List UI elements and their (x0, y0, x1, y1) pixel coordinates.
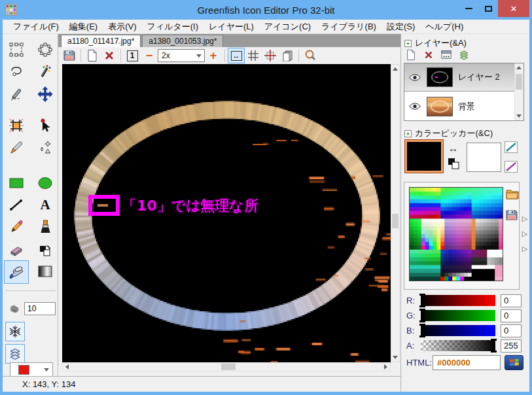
layer-properties-button[interactable] (439, 48, 453, 62)
slider-handle[interactable] (492, 339, 495, 352)
menu-icon[interactable]: アイコン(C) (259, 20, 316, 34)
fg-bg-squares-icon[interactable] (447, 157, 460, 170)
image-canvas[interactable] (62, 64, 391, 362)
tab-document-1[interactable]: a1180_011417.jpg* (61, 35, 141, 47)
magnifier-button[interactable] (302, 48, 319, 63)
layer-row-background[interactable]: 背景 (404, 92, 514, 120)
scroll-right-icon[interactable] (384, 364, 387, 369)
foreground-color-swatch[interactable] (405, 140, 443, 173)
tool-hotspot-button[interactable] (34, 115, 56, 136)
html-color-input[interactable]: #000000 (433, 355, 501, 370)
transparent-color-button[interactable] (505, 141, 518, 153)
tolerance-input[interactable] (24, 302, 56, 315)
expand-panel-icon[interactable]: ▷ (522, 230, 527, 238)
inverse-color-button[interactable] (505, 161, 518, 173)
tool-brush-button[interactable] (34, 216, 56, 237)
toggle-grid-button[interactable] (245, 48, 262, 63)
tool-rectangle-button[interactable] (5, 173, 27, 194)
collapse-color-picker-icon[interactable] (404, 130, 412, 137)
tool-fill-button[interactable] (4, 260, 29, 284)
tool-select-ellipse-button[interactable] (34, 39, 56, 60)
red-slider[interactable] (421, 295, 495, 306)
open-palette-button[interactable] (505, 188, 520, 201)
scroll-up-icon[interactable] (393, 67, 398, 71)
tool-line-button[interactable] (5, 194, 27, 215)
layer-scroll-thumb[interactable] (516, 74, 522, 90)
tool-select-rect-button[interactable] (5, 39, 27, 60)
menu-filter[interactable]: フィルター(I) (142, 20, 204, 34)
blue-value[interactable]: 0 (501, 324, 522, 337)
toggle-centerlines-button[interactable] (262, 48, 279, 63)
slider-handle[interactable] (421, 294, 424, 307)
tool-freehand-select-button[interactable] (5, 84, 27, 105)
layer-row-layer2[interactable]: レイヤー 2 (404, 63, 514, 92)
delete-layer-button[interactable] (421, 48, 436, 62)
tool-magic-wand-button[interactable] (34, 61, 56, 82)
tool-ellipse-button[interactable] (34, 173, 56, 194)
new-page-button[interactable] (84, 48, 101, 63)
scroll-up-icon[interactable] (516, 66, 522, 69)
menu-library[interactable]: ライブラリ(B) (316, 20, 381, 34)
fit-window-button[interactable]: ↔ (228, 48, 245, 63)
vertical-scroll-thumb[interactable] (392, 214, 399, 228)
system-color-dialog-button[interactable] (505, 355, 523, 370)
save-button[interactable] (61, 48, 78, 63)
zoom-in-button[interactable]: + (205, 48, 222, 63)
scroll-left-icon[interactable] (65, 364, 69, 369)
slider-handle[interactable] (421, 324, 424, 337)
tool-crop-button[interactable] (5, 115, 27, 136)
expand-panel-icon[interactable]: ▷ (522, 245, 527, 253)
green-slider[interactable] (421, 310, 495, 321)
collapse-layers-icon[interactable] (404, 40, 412, 47)
scroll-down-icon[interactable] (393, 356, 398, 359)
tool-eraser-button[interactable] (5, 239, 27, 260)
pages-button[interactable] (279, 48, 296, 63)
alpha-slider[interactable] (421, 340, 495, 351)
blue-slider[interactable] (421, 325, 495, 336)
red-value[interactable]: 0 (501, 294, 522, 307)
menu-layer[interactable]: レイヤー(L) (204, 20, 259, 34)
zoom-out-button[interactable]: − (141, 48, 158, 63)
tab-document-2[interactable]: a1380_001053.jpg* (142, 35, 223, 47)
menu-file[interactable]: ファイル(F) (8, 20, 64, 34)
recent-color-swatch (18, 365, 29, 375)
layer-list-scrollbar[interactable] (514, 63, 523, 120)
menu-edit[interactable]: 編集(E) (64, 20, 103, 34)
save-palette-button[interactable] (505, 209, 518, 222)
scroll-down-icon[interactable] (516, 114, 522, 118)
minimize-button[interactable] (459, 0, 478, 17)
recent-color-dropdown[interactable] (10, 362, 53, 377)
zoom-level-select[interactable]: 2x (158, 49, 205, 62)
alpha-value[interactable]: 255 (501, 339, 522, 352)
tool-move-button[interactable] (34, 84, 56, 105)
palette-grid[interactable] (409, 187, 503, 281)
green-value[interactable]: 0 (501, 309, 522, 322)
menu-help[interactable]: ヘルプ(H) (420, 20, 469, 34)
vertical-scrollbar[interactable] (391, 64, 400, 362)
tool-gradient-button[interactable] (34, 261, 56, 282)
horizontal-scrollbar[interactable] (62, 362, 391, 371)
expand-panel-icon[interactable]: ▷ (522, 215, 527, 223)
close-button[interactable]: ✕ (498, 0, 529, 17)
merge-layers-button[interactable] (457, 48, 471, 62)
menu-view[interactable]: 表示(V) (103, 20, 141, 34)
horizontal-scroll-thumb[interactable] (221, 364, 236, 370)
antialias-toggle-button[interactable] (5, 322, 25, 341)
new-layer-button[interactable] (404, 48, 418, 62)
actual-size-button[interactable]: 1 (124, 48, 141, 63)
visibility-eye-icon[interactable] (408, 73, 421, 82)
tool-text-button[interactable]: A (34, 194, 56, 215)
tool-swap-colors-button[interactable] (34, 239, 56, 260)
slider-handle[interactable] (421, 309, 424, 322)
background-color-swatch[interactable] (467, 143, 501, 172)
delete-page-button[interactable] (101, 48, 118, 63)
maximize-button[interactable] (478, 0, 498, 17)
tool-pencil-button[interactable] (5, 216, 27, 237)
tool-lasso-button[interactable] (5, 61, 27, 82)
visibility-eye-icon[interactable] (408, 102, 421, 111)
show-layers-toggle-button[interactable] (5, 344, 25, 364)
swap-colors-arrow-icon[interactable]: ↔ (448, 143, 458, 154)
menu-settings[interactable]: 設定(S) (381, 20, 420, 34)
tool-eyedropper-button[interactable] (5, 137, 27, 158)
tool-retouch-button[interactable] (34, 137, 56, 158)
